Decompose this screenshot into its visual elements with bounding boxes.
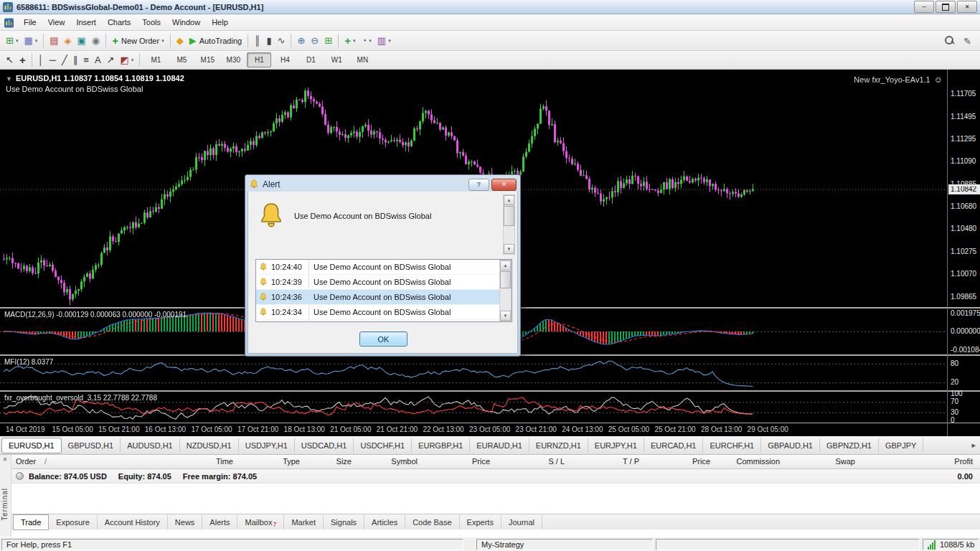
terminal-tab-exposure[interactable]: Exposure xyxy=(49,515,97,529)
templates-button[interactable]: ▥▾ xyxy=(375,33,393,49)
terminal-tab-journal[interactable]: Journal xyxy=(501,515,542,529)
timeframe-m15[interactable]: M15 xyxy=(195,52,220,67)
alert-row[interactable]: 10:24:34Use Demo Account on BDSwiss Glob… xyxy=(256,305,512,320)
zoom-out-button[interactable]: ⊖ xyxy=(308,33,321,49)
scroll-up-icon[interactable]: ▲ xyxy=(500,260,511,270)
chart-tab-eurchf-h1[interactable]: EURCHF,H1 xyxy=(703,438,761,453)
navigator-button[interactable]: ◈ xyxy=(62,33,74,49)
terminal-tab-signals[interactable]: Signals xyxy=(324,515,364,529)
indicators-list-dropdown-arrow[interactable]: ▾ xyxy=(353,38,356,44)
chart-tab-nzdusd-h1[interactable]: NZDUSD,H1 xyxy=(180,438,239,453)
chart-tab-eurnzd-h1[interactable]: EURNZD,H1 xyxy=(529,438,588,453)
status-strategy[interactable]: My-Strategy xyxy=(476,539,653,550)
terminal-panel-button[interactable]: ▣ xyxy=(75,33,88,49)
crosshair-button[interactable]: + xyxy=(17,52,28,68)
market-watch-button[interactable]: ▤ xyxy=(47,33,60,49)
ok-button[interactable]: OK xyxy=(359,331,407,347)
list-scrollbar[interactable]: ▲ ▼ xyxy=(499,260,512,321)
chart-tab-gbpusd-h1[interactable]: GBPUSD,H1 xyxy=(62,438,121,453)
menu-window[interactable]: Window xyxy=(166,16,206,29)
alert-row[interactable]: 10:24:33Use Demo Account on BDSwiss Glob… xyxy=(256,320,512,322)
expert-advisor-label[interactable]: New fxr_Yoyo-EAv1.1☺ xyxy=(854,75,943,85)
new-order-button[interactable]: +New Order▾ xyxy=(110,33,166,49)
ea-smiley-icon[interactable]: ☺ xyxy=(934,75,943,85)
profiles-button[interactable]: ▦▾ xyxy=(22,33,39,49)
timeframe-m5[interactable]: M5 xyxy=(169,52,194,67)
dialog-help-button[interactable]: ? xyxy=(468,179,489,191)
zoom-in-button[interactable]: ⊕ xyxy=(295,33,307,49)
menu-file[interactable]: File xyxy=(18,16,42,29)
timeframe-m30[interactable]: M30 xyxy=(221,52,245,67)
terminal-tab-alerts[interactable]: Alerts xyxy=(202,515,237,529)
scrollbar-thumb[interactable] xyxy=(500,271,511,288)
equidistant-channel-button[interactable]: ∥ xyxy=(71,52,80,68)
scroll-down-icon[interactable]: ▼ xyxy=(500,311,511,321)
chart-tab-eurusd-h1[interactable]: EURUSD,H1 xyxy=(1,438,62,453)
chart-tab-eurgbp-h1[interactable]: EURGBP,H1 xyxy=(412,438,470,453)
chart-candlesticks-button[interactable]: ▮ xyxy=(264,33,273,49)
timeframe-w1[interactable]: W1 xyxy=(324,52,349,67)
scroll-up-icon[interactable]: ▲ xyxy=(504,195,514,205)
chart-tab-gbpaud-h1[interactable]: GBPAUD,H1 xyxy=(761,438,820,453)
trendline-button[interactable]: ╱ xyxy=(60,52,70,68)
new-chart-button[interactable]: ⊞▾ xyxy=(4,33,20,49)
timeframe-mn[interactable]: MN xyxy=(350,52,374,67)
periods-list-button[interactable]: ◔▾ xyxy=(359,33,373,49)
column-symbol[interactable]: Symbol xyxy=(391,457,418,466)
new-chart-dropdown-arrow[interactable]: ▾ xyxy=(16,38,19,44)
column-time[interactable]: Time xyxy=(216,457,233,466)
mfi-panel-canvas[interactable] xyxy=(0,356,947,390)
menu-help[interactable]: Help xyxy=(206,16,234,29)
shapes-dropdown-arrow[interactable]: ▾ xyxy=(131,57,134,63)
timeframe-h1[interactable]: H1 xyxy=(247,52,271,67)
chart-tab-audusd-h1[interactable]: AUDUSD,H1 xyxy=(121,438,180,453)
tile-windows-button[interactable]: ⊞ xyxy=(322,33,334,49)
message-scrollbar[interactable]: ▲ ▼ xyxy=(503,194,515,255)
arrow-objects-button[interactable]: ↗ xyxy=(105,52,117,68)
alert-row[interactable]: 10:24:40Use Demo Account on BDSwiss Glob… xyxy=(256,260,512,275)
menu-tools[interactable]: Tools xyxy=(136,16,166,29)
autotrading-button[interactable]: ▶AutoTrading xyxy=(187,33,245,49)
metaeditor-button[interactable]: ◆ xyxy=(174,33,186,49)
scrollbar-thumb[interactable] xyxy=(504,206,514,226)
text-label-button[interactable]: A xyxy=(93,52,103,68)
cursor-button[interactable]: ↖ xyxy=(4,52,16,68)
terminal-tab-account-history[interactable]: Account History xyxy=(98,515,168,529)
close-terminal-icon[interactable]: × xyxy=(3,456,7,463)
column-profit[interactable]: Profit xyxy=(954,457,973,466)
terminal-tab-mailbox[interactable]: Mailbox7 xyxy=(237,515,284,529)
terminal-tab-market[interactable]: Market xyxy=(284,515,324,529)
terminal-tab-news[interactable]: News xyxy=(168,515,203,529)
strategy-tester-button[interactable]: ◉ xyxy=(90,33,102,49)
menu-charts[interactable]: Charts xyxy=(102,16,136,29)
shapes-button[interactable]: ◩▾ xyxy=(118,52,136,68)
timeframe-d1[interactable]: D1 xyxy=(298,52,323,67)
column-s-l[interactable]: S / L xyxy=(548,457,565,466)
menu-insert[interactable]: Insert xyxy=(70,16,102,29)
menu-view[interactable]: View xyxy=(42,16,71,29)
column-order[interactable]: Order xyxy=(16,457,36,466)
dialog-close-button[interactable]: ✕ xyxy=(491,179,517,191)
new-order-dropdown-arrow[interactable]: ▾ xyxy=(161,38,164,44)
periods-list-dropdown-arrow[interactable]: ▾ xyxy=(369,38,372,44)
chart-tab-usdchf-h1[interactable]: USDCHF,H1 xyxy=(354,438,412,453)
close-button[interactable]: ✕ xyxy=(957,1,977,13)
restore-button[interactable] xyxy=(936,1,956,13)
chevron-right-icon[interactable]: ▸ xyxy=(971,441,976,450)
alert-dialog-titlebar[interactable]: Alert ? ✕ xyxy=(248,177,518,192)
chart-bars-button[interactable]: ║ xyxy=(252,33,263,49)
one-click-trading-arrow[interactable]: ▼ xyxy=(6,75,12,83)
timeframe-m1[interactable]: M1 xyxy=(143,52,168,67)
chart-tab-usdjpy-h1[interactable]: USDJPY,H1 xyxy=(239,438,295,453)
connection-status[interactable]: 1088/5 kb xyxy=(923,539,979,550)
column-type[interactable]: Type xyxy=(283,457,300,466)
column-t-p[interactable]: T / P xyxy=(623,457,639,466)
column-price[interactable]: Price xyxy=(472,457,490,466)
chart-tab-gbpjpy[interactable]: GBPJPY xyxy=(879,438,923,453)
terminal-tab-code-base[interactable]: Code Base xyxy=(405,515,459,529)
terminal-tab-experts[interactable]: Experts xyxy=(460,515,501,529)
vertical-line-button[interactable]: │ xyxy=(36,52,46,68)
chart-tab-usdcad-h1[interactable]: USDCAD,H1 xyxy=(295,438,354,453)
templates-dropdown-arrow[interactable]: ▾ xyxy=(388,38,391,44)
balance-row[interactable]: Balance: 874.05 USDEquity: 874.05Free ma… xyxy=(11,469,980,484)
